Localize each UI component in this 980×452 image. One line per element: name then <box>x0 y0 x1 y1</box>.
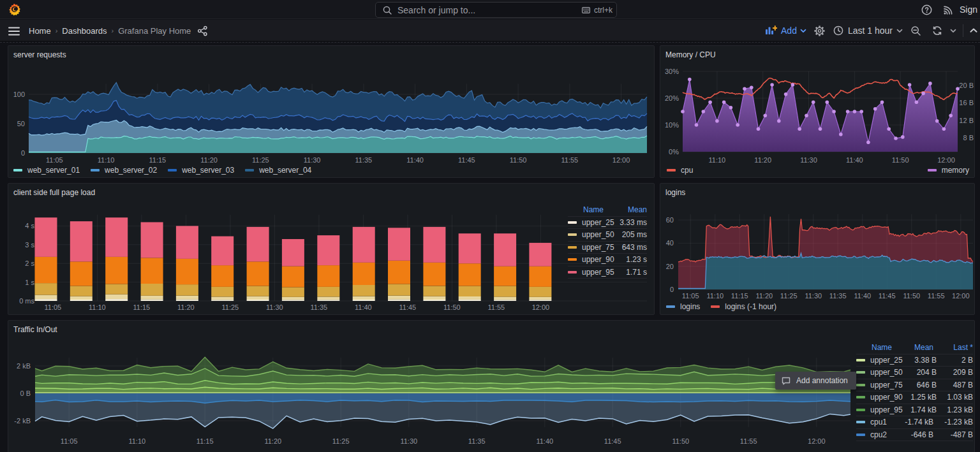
svg-text:2 kB: 2 kB <box>17 362 31 370</box>
svg-text:11:45: 11:45 <box>604 437 621 445</box>
svg-text:11:35: 11:35 <box>829 292 847 300</box>
svg-text:0: 0 <box>670 286 674 293</box>
svg-text:11:15: 11:15 <box>149 156 167 164</box>
svg-text:12:00: 12:00 <box>952 292 970 300</box>
svg-text:11:40: 11:40 <box>406 156 424 164</box>
svg-text:1 s: 1 s <box>25 279 34 286</box>
svg-text:16 B: 16 B <box>959 99 974 106</box>
svg-text:11:25: 11:25 <box>780 292 798 300</box>
svg-text:-2 kB: -2 kB <box>14 417 31 425</box>
svg-text:11:25: 11:25 <box>222 303 239 311</box>
svg-text:11:30: 11:30 <box>400 437 417 445</box>
svg-text:11:20: 11:20 <box>755 292 773 300</box>
svg-text:11:35: 11:35 <box>468 437 486 445</box>
svg-text:12:00: 12:00 <box>612 156 630 164</box>
svg-text:11:50: 11:50 <box>510 156 527 164</box>
svg-text:50: 50 <box>17 120 25 128</box>
svg-text:30%: 30% <box>665 68 679 75</box>
svg-text:11:55: 11:55 <box>488 303 505 311</box>
svg-text:11:40: 11:40 <box>536 437 553 445</box>
svg-text:60: 60 <box>666 216 674 224</box>
svg-text:11:25: 11:25 <box>252 156 269 164</box>
svg-text:0: 0 <box>21 149 25 157</box>
svg-text:11:10: 11:10 <box>89 303 106 311</box>
svg-text:0 ms: 0 ms <box>19 297 34 305</box>
svg-text:11:20: 11:20 <box>200 156 218 164</box>
svg-text:0 B: 0 B <box>20 390 31 397</box>
svg-text:11:15: 11:15 <box>731 292 748 300</box>
svg-text:11:35: 11:35 <box>311 303 328 311</box>
svg-text:11:05: 11:05 <box>46 156 63 164</box>
svg-text:11:50: 11:50 <box>672 437 689 445</box>
svg-text:20 B: 20 B <box>959 82 974 89</box>
svg-text:11:30: 11:30 <box>800 156 817 164</box>
svg-text:11:45: 11:45 <box>879 292 896 300</box>
svg-text:11:10: 11:10 <box>706 292 724 300</box>
svg-text:11:55: 11:55 <box>740 437 757 445</box>
svg-text:12:00: 12:00 <box>937 156 955 164</box>
svg-text:11:20: 11:20 <box>177 303 195 311</box>
svg-text:11:40: 11:40 <box>846 156 863 164</box>
svg-text:11:05: 11:05 <box>61 437 78 445</box>
svg-text:11:50: 11:50 <box>903 292 920 300</box>
svg-text:40: 40 <box>666 239 674 247</box>
svg-text:11:30: 11:30 <box>805 292 822 300</box>
svg-text:11:05: 11:05 <box>45 303 62 311</box>
svg-text:2 s: 2 s <box>25 259 34 267</box>
svg-text:11:30: 11:30 <box>266 303 283 311</box>
svg-text:11:35: 11:35 <box>355 156 373 164</box>
svg-text:12:00: 12:00 <box>532 303 550 311</box>
svg-text:11:45: 11:45 <box>458 156 475 164</box>
svg-text:11:55: 11:55 <box>928 292 945 300</box>
svg-text:11:10: 11:10 <box>709 156 726 164</box>
svg-text:11:25: 11:25 <box>332 437 350 445</box>
svg-text:11:50: 11:50 <box>892 156 909 164</box>
svg-text:4 s: 4 s <box>25 222 34 230</box>
svg-text:8 B: 8 B <box>963 134 974 142</box>
svg-text:11:50: 11:50 <box>443 303 461 311</box>
svg-text:11:20: 11:20 <box>264 437 281 445</box>
svg-text:100: 100 <box>13 91 25 98</box>
svg-text:3 s: 3 s <box>25 241 34 249</box>
svg-text:10%: 10% <box>665 121 679 129</box>
svg-text:11:05: 11:05 <box>682 292 699 300</box>
svg-text:11:20: 11:20 <box>754 156 771 164</box>
svg-text:11:55: 11:55 <box>561 156 579 164</box>
svg-text:11:15: 11:15 <box>197 437 214 445</box>
svg-text:11:10: 11:10 <box>98 156 115 164</box>
svg-text:11:40: 11:40 <box>355 303 372 311</box>
svg-text:11:15: 11:15 <box>133 303 151 311</box>
svg-text:12 B: 12 B <box>959 117 974 124</box>
svg-text:0%: 0% <box>669 148 679 156</box>
svg-text:20%: 20% <box>665 94 679 102</box>
svg-text:11:10: 11:10 <box>128 437 145 445</box>
svg-text:12:00: 12:00 <box>808 437 826 445</box>
svg-text:11:45: 11:45 <box>399 303 417 311</box>
svg-text:11:30: 11:30 <box>304 156 321 164</box>
svg-text:20: 20 <box>666 263 674 270</box>
svg-text:11:40: 11:40 <box>854 292 871 300</box>
